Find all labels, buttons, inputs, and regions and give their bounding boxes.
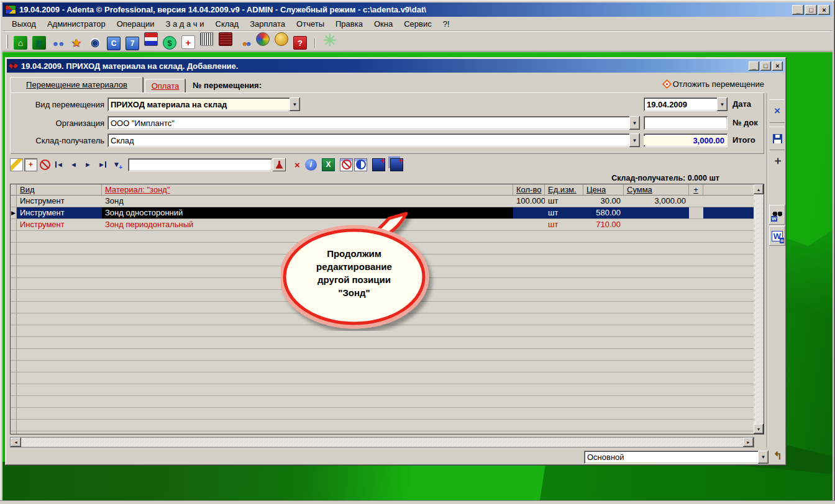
edit-record-icon[interactable] bbox=[10, 158, 23, 171]
menu-item-4[interactable]: Склад bbox=[210, 18, 245, 30]
cell-1-4[interactable]: 580.00 bbox=[583, 207, 624, 218]
column-header-7[interactable] bbox=[703, 184, 755, 195]
prior-record-icon[interactable]: ◄ bbox=[67, 158, 80, 171]
staff-icon[interactable]: ☻ bbox=[237, 37, 251, 50]
scroll-up-icon[interactable]: ▲ bbox=[754, 184, 764, 194]
dialog-maximize-button[interactable]: □ bbox=[760, 61, 771, 71]
show-columns-icon[interactable] bbox=[354, 158, 367, 171]
cell-0-5[interactable]: 3,000.00 bbox=[624, 196, 689, 207]
minimize-button[interactable]: _ bbox=[792, 5, 804, 15]
cell-2-6[interactable] bbox=[689, 219, 703, 230]
layout-combobox[interactable]: Основной bbox=[584, 451, 769, 464]
first-record-icon[interactable]: ◄ bbox=[53, 158, 66, 171]
cancel-record-icon[interactable] bbox=[39, 158, 52, 171]
column-header-1[interactable]: Материал: "зонд" bbox=[102, 184, 513, 195]
settings-flower-icon[interactable]: ✳ bbox=[323, 34, 337, 47]
move-handle-icon[interactable]: ✛ bbox=[773, 157, 782, 166]
store-combobox[interactable]: Склад bbox=[107, 133, 640, 147]
cell-2-4[interactable]: 710.00 bbox=[583, 219, 624, 230]
next-record-icon[interactable]: ► bbox=[81, 158, 94, 171]
cell-0-2[interactable]: 100.000 bbox=[513, 196, 545, 207]
cell-1-2[interactable] bbox=[513, 207, 545, 218]
add-record-icon[interactable]: + bbox=[24, 158, 37, 171]
column-header-5[interactable]: Сумма bbox=[624, 184, 689, 195]
info-icon[interactable]: i bbox=[305, 159, 317, 171]
firstaid-icon[interactable]: + bbox=[181, 35, 195, 49]
tab-transfer[interactable]: Перемещение материалов bbox=[10, 77, 144, 92]
database-icon[interactable]: ▦ bbox=[32, 36, 46, 50]
cell-1-0[interactable]: Инструмент bbox=[17, 207, 102, 218]
search-w-button[interactable] bbox=[769, 205, 785, 225]
vertical-scrollbar[interactable]: ▲ ▼ bbox=[754, 184, 764, 434]
cell-2-7[interactable] bbox=[703, 219, 755, 230]
cell-0-4[interactable]: 30.00 bbox=[583, 196, 624, 207]
horizontal-scrollbar[interactable]: ◄ ► bbox=[10, 437, 754, 448]
menu-item-3[interactable]: З а д а ч и bbox=[160, 18, 210, 30]
barcode-icon[interactable] bbox=[200, 32, 214, 46]
menu-item-9[interactable]: Сервис bbox=[398, 18, 437, 30]
chevron-down-icon[interactable] bbox=[629, 133, 640, 147]
column-header-4[interactable]: Цена bbox=[583, 184, 624, 195]
cell-1-6[interactable] bbox=[689, 207, 703, 218]
cashbox-icon[interactable] bbox=[219, 32, 232, 46]
table-row-0[interactable]: ИнструментЗонд100.000шт30.003,000.00 bbox=[11, 196, 754, 207]
menu-item-2[interactable]: Операции bbox=[111, 18, 160, 30]
gold-icon[interactable] bbox=[275, 32, 288, 46]
menu-item-0[interactable]: Выход bbox=[6, 18, 42, 30]
kind-combobox[interactable]: ПРИХОД материала на склад bbox=[107, 97, 300, 111]
chevron-down-icon[interactable] bbox=[629, 116, 640, 130]
cell-0-0[interactable]: Инструмент bbox=[17, 196, 102, 207]
defer-transfer-link[interactable]: Отложить перемещение bbox=[664, 79, 764, 89]
money-icon[interactable]: $ bbox=[163, 36, 176, 50]
close-button[interactable]: × bbox=[818, 5, 830, 15]
tab-payment[interactable]: Оплата bbox=[145, 79, 186, 92]
events-icon[interactable]: ★ bbox=[70, 36, 83, 50]
flask-icon[interactable] bbox=[273, 158, 286, 171]
docnum-field[interactable] bbox=[644, 116, 728, 130]
menu-item-10[interactable]: ?! bbox=[437, 18, 455, 30]
flags-icon[interactable] bbox=[144, 32, 158, 46]
maximize-button[interactable]: □ bbox=[805, 5, 817, 15]
cell-0-1[interactable]: Зонд bbox=[102, 196, 513, 207]
search-input[interactable] bbox=[128, 158, 272, 171]
word-report-button[interactable]: W bbox=[769, 226, 785, 246]
cell-0-3[interactable]: шт bbox=[545, 196, 583, 207]
column-header-2[interactable]: Кол-во bbox=[513, 184, 545, 195]
calendar-7-icon[interactable]: 7 bbox=[125, 37, 139, 50]
organization-combobox[interactable]: ООО "Имплантс" bbox=[107, 116, 640, 130]
cancel-edit-button[interactable]: × bbox=[770, 99, 785, 123]
cell-2-2[interactable] bbox=[513, 219, 545, 230]
chevron-down-icon[interactable] bbox=[290, 97, 300, 111]
dialog-minimize-button[interactable]: _ bbox=[749, 61, 759, 71]
cell-1-5[interactable] bbox=[624, 207, 689, 218]
corner-arrow-icon[interactable]: ↰ bbox=[772, 450, 784, 462]
last-record-icon[interactable]: ► bbox=[96, 158, 109, 171]
schedule-icon[interactable]: ◉ bbox=[88, 36, 102, 50]
menu-item-8[interactable]: Окна bbox=[368, 18, 398, 30]
cell-1-7[interactable] bbox=[703, 207, 755, 218]
cell-1-3[interactable]: шт bbox=[545, 207, 583, 218]
toolbar-grip[interactable] bbox=[6, 35, 8, 48]
cell-0-6[interactable] bbox=[689, 196, 703, 207]
menu-item-6[interactable]: Отчеты bbox=[291, 18, 330, 30]
scroll-left-icon[interactable]: ◄ bbox=[11, 438, 21, 447]
cell-2-5[interactable] bbox=[624, 219, 689, 230]
date-combobox[interactable]: 19.04.2009 bbox=[644, 97, 728, 111]
palette-icon[interactable] bbox=[256, 32, 270, 46]
copy-position-icon[interactable] bbox=[390, 158, 403, 171]
clear-filter-icon[interactable]: × bbox=[291, 158, 304, 171]
insert-position-icon[interactable] bbox=[372, 158, 385, 171]
chevron-down-icon[interactable] bbox=[717, 97, 728, 111]
menu-item-1[interactable]: Администратор bbox=[42, 18, 111, 30]
help-icon[interactable]: ? bbox=[293, 36, 307, 50]
chevron-down-icon[interactable] bbox=[758, 451, 769, 464]
scroll-down-icon[interactable]: ▼ bbox=[754, 424, 764, 434]
cell-0-7[interactable] bbox=[703, 196, 755, 207]
exit-icon[interactable]: ⌂ bbox=[14, 36, 27, 50]
filter-icon[interactable]: ▼+ bbox=[110, 158, 123, 171]
patients-icon[interactable]: ☻☻ bbox=[51, 37, 65, 50]
dialog-close-button[interactable]: × bbox=[772, 61, 783, 71]
excel-export-icon[interactable]: X bbox=[322, 158, 335, 171]
calendar-c-icon[interactable]: C bbox=[107, 37, 121, 50]
menu-item-7[interactable]: Правка bbox=[330, 18, 368, 30]
